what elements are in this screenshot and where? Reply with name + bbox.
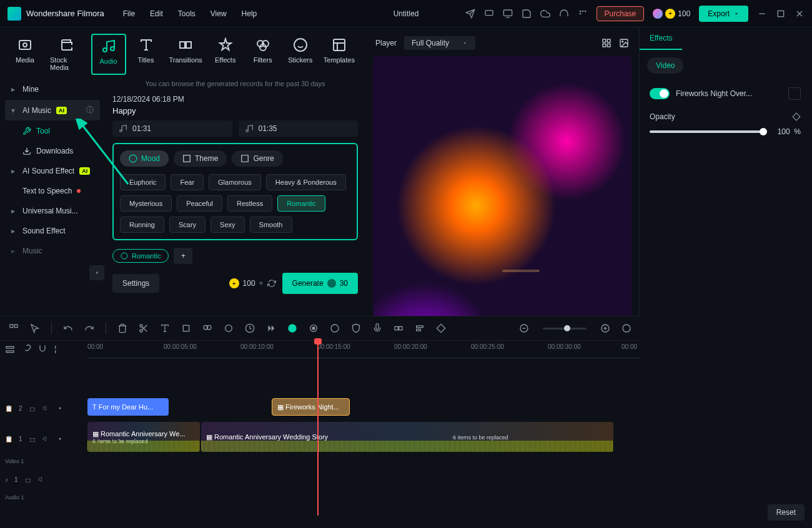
track-1[interactable]: 01:31 [112, 120, 232, 137]
tab-effects[interactable]: Effects [208, 34, 243, 75]
color-icon[interactable] [202, 323, 212, 333]
chip-scary[interactable]: Scary [169, 217, 205, 233]
link-icon[interactable] [21, 345, 31, 354]
video-pill[interactable]: Video [647, 57, 683, 74]
sidebar-item-text-to-speech[interactable]: Text to Speech [5, 182, 100, 200]
shield-icon[interactable] [351, 323, 361, 333]
overlay-clip[interactable]: ▦ Fireworks Night... [272, 398, 350, 416]
record-icon[interactable] [309, 323, 319, 333]
mood-tab-genre[interactable]: Genre [232, 150, 282, 167]
ai-icon[interactable] [224, 323, 234, 333]
lock-icon[interactable] [24, 476, 32, 483]
chip-mysterious[interactable]: Mysterious [120, 195, 172, 212]
playhead[interactable] [317, 341, 319, 516]
sidebar-item-sound-effect[interactable]: ▸Sound Effect [5, 222, 100, 240]
tab-titles[interactable]: Titles [129, 34, 164, 75]
purchase-button[interactable]: Purchase [597, 6, 645, 21]
chip-glamorous[interactable]: Glamorous [209, 174, 261, 190]
eye-icon[interactable] [56, 404, 64, 412]
zoom-out-icon[interactable] [519, 323, 529, 333]
maximize-icon[interactable] [776, 9, 786, 19]
sidebar-item-ai-music[interactable]: ▾AI MusicAIⓘ [5, 100, 100, 120]
refresh-icon[interactable] [267, 279, 276, 288]
opacity-slider[interactable] [650, 130, 763, 133]
lock-icon[interactable] [29, 435, 36, 442]
reset-button[interactable]: Reset [768, 504, 805, 521]
video-clip-2[interactable]: ▦ Romantic Anniversary Wedding Story6 it… [201, 422, 613, 452]
add-mood-button[interactable]: + [174, 248, 192, 264]
tab-templates[interactable]: Templates [320, 34, 358, 75]
menu-file[interactable]: File [123, 9, 135, 18]
chip-restless[interactable]: Restless [227, 195, 272, 212]
video-clip-1[interactable]: ▦ Romantic Anniversary We...6 items to b… [87, 422, 200, 452]
adjust-icon[interactable] [54, 345, 64, 354]
effect-toggle[interactable] [650, 88, 670, 99]
sidebar-item-universal-music[interactable]: ▸Universal Musi... [5, 202, 100, 220]
speed-icon[interactable] [245, 323, 255, 333]
marker-icon[interactable] [330, 323, 340, 333]
sidebar-item-tool[interactable]: Tool [5, 122, 100, 140]
minimize-icon[interactable] [757, 9, 767, 19]
tab-audio[interactable]: Audio [91, 34, 126, 75]
screen-icon[interactable] [484, 9, 494, 19]
chip-euphoric[interactable]: Euphoric [120, 174, 166, 190]
align-icon[interactable] [415, 323, 425, 333]
tab-transitions[interactable]: Transitions [166, 34, 205, 75]
mute-icon[interactable] [38, 476, 46, 483]
timeline-ruler[interactable]: 00:00 00:00:05:00 00:00:10:00 00:00:15:0… [87, 341, 640, 358]
zoom-fit-icon[interactable] [621, 323, 631, 333]
quality-selector[interactable]: Full Quality [404, 36, 475, 50]
crop-icon[interactable] [181, 323, 191, 333]
menu-tools[interactable]: Tools [178, 9, 196, 18]
menu-edit[interactable]: Edit [150, 9, 163, 18]
zoom-slider[interactable] [543, 328, 587, 330]
lock-icon[interactable] [29, 404, 36, 412]
collapse-sidebar-button[interactable] [89, 265, 104, 280]
cursor-icon[interactable] [30, 323, 40, 333]
export-button[interactable]: Export [699, 6, 748, 22]
text-icon[interactable] [160, 323, 170, 333]
chip-peaceful[interactable]: Peaceful [177, 195, 222, 212]
tab-stock-media[interactable]: Stock Media [45, 34, 89, 75]
cut-icon[interactable] [139, 323, 149, 333]
chip-smooth[interactable]: Smooth [250, 217, 292, 233]
tab-filters[interactable]: Filters [245, 34, 280, 75]
redo-icon[interactable] [84, 323, 94, 333]
cloud-icon[interactable] [540, 9, 550, 19]
monitor-icon[interactable] [503, 9, 513, 19]
face-icon[interactable] [287, 323, 297, 333]
headphones-icon[interactable] [559, 9, 569, 19]
magnet-icon[interactable] [37, 345, 47, 354]
mic-icon[interactable] [372, 323, 382, 333]
sidebar-item-music[interactable]: ▸Music [5, 242, 100, 260]
eye-icon[interactable] [56, 435, 64, 442]
track-view-icon[interactable] [5, 345, 15, 354]
keyframe-tl-icon[interactable] [436, 323, 446, 333]
more-icon[interactable] [266, 323, 276, 333]
chip-sexy[interactable]: Sexy [210, 217, 244, 233]
generate-button[interactable]: Generate 30 [282, 273, 358, 294]
track-2[interactable]: 01:35 [239, 120, 359, 137]
selected-chip-romantic[interactable]: Romantic [112, 249, 169, 263]
effect-expand-button[interactable] [788, 87, 801, 100]
delete-icon[interactable] [117, 323, 127, 333]
layout-icon[interactable] [9, 323, 19, 333]
grid-view-icon[interactable] [602, 38, 611, 48]
undo-icon[interactable] [63, 323, 73, 333]
settings-button[interactable]: Settings [112, 274, 159, 293]
keyframe-icon[interactable] [792, 112, 801, 121]
sidebar-item-ai-sound-effect[interactable]: ▸AI Sound EffectAI [5, 162, 100, 180]
mute-icon[interactable] [42, 435, 50, 442]
chip-fear[interactable]: Fear [171, 174, 204, 190]
image-icon[interactable] [619, 38, 629, 48]
effects-tab[interactable]: Effects [640, 27, 682, 50]
sidebar-item-downloads[interactable]: Downloads [5, 142, 100, 160]
menu-help[interactable]: Help [242, 9, 257, 18]
title-clip[interactable]: T For my Dear Hu... [87, 398, 169, 416]
chip-heavy[interactable]: Heavy & Ponderous [266, 174, 346, 190]
send-icon[interactable] [465, 9, 475, 19]
mood-tab-theme[interactable]: Theme [174, 150, 227, 167]
tab-media[interactable]: Media [7, 34, 42, 75]
mute-icon[interactable] [42, 404, 50, 412]
chip-running[interactable]: Running [120, 217, 164, 233]
